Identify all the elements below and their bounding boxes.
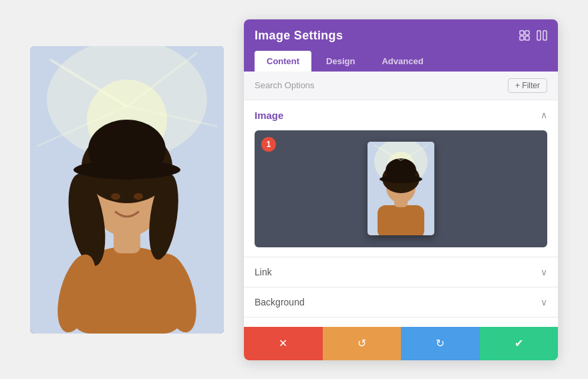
redo-button[interactable]: ↻	[401, 327, 480, 360]
panel-header-icons	[519, 30, 547, 41]
svg-point-12	[111, 193, 120, 200]
section-link-header[interactable]: Link ∨	[244, 257, 558, 287]
section-background-title: Background	[255, 297, 305, 307]
svg-rect-25	[543, 31, 547, 40]
panel-tabs: Content Design Advanced	[255, 51, 547, 72]
svg-rect-21	[525, 31, 529, 35]
cancel-button[interactable]: ✕	[244, 327, 323, 360]
tab-advanced[interactable]: Advanced	[370, 51, 435, 72]
svg-rect-24	[537, 31, 541, 40]
svg-point-34	[386, 158, 416, 182]
section-background: Background ∨	[244, 287, 558, 318]
section-link: Link ∨	[244, 257, 558, 287]
panel-title: Image Settings	[255, 29, 343, 43]
tab-content[interactable]: Content	[255, 51, 311, 72]
portrait-svg	[30, 46, 224, 334]
svg-rect-20	[520, 31, 524, 35]
panel-content: Image ∧ 1	[244, 100, 558, 327]
search-placeholder[interactable]: Search Options	[255, 80, 315, 90]
uploaded-image-preview	[368, 142, 434, 235]
save-button[interactable]: ✔	[480, 327, 559, 360]
columns-icon[interactable]	[537, 30, 547, 41]
settings-panel: Image Settings	[244, 19, 558, 360]
section-link-title: Link	[255, 267, 272, 277]
section-image: Image ∧ 1	[244, 100, 558, 257]
undo-button[interactable]: ↺	[323, 327, 402, 360]
svg-rect-29	[378, 205, 424, 235]
preview-svg	[368, 142, 434, 235]
svg-point-11	[88, 120, 166, 180]
expand-icon[interactable]	[519, 30, 530, 41]
image-upload-area[interactable]: 1	[255, 130, 547, 247]
left-portrait-image	[30, 46, 224, 334]
svg-rect-22	[520, 36, 524, 40]
panel-footer: ✕ ↺ ↻ ✔	[244, 327, 558, 360]
svg-point-13	[134, 193, 143, 200]
section-image-title: Image	[255, 110, 283, 121]
panel-header: Image Settings	[244, 19, 558, 72]
main-content: Image Settings	[0, 0, 588, 379]
filter-button[interactable]: + Filter	[508, 78, 547, 93]
section-image-header[interactable]: Image ∧	[244, 100, 558, 130]
search-row: Search Options + Filter	[244, 72, 558, 100]
chevron-down-icon-background: ∨	[541, 297, 547, 307]
corner-tab	[547, 350, 558, 360]
tab-design[interactable]: Design	[314, 51, 367, 72]
chevron-down-icon-link: ∨	[541, 267, 547, 277]
svg-rect-23	[525, 36, 529, 40]
section-background-header[interactable]: Background ∨	[244, 287, 558, 317]
upload-badge: 1	[261, 137, 276, 152]
chevron-up-icon: ∧	[541, 110, 547, 120]
